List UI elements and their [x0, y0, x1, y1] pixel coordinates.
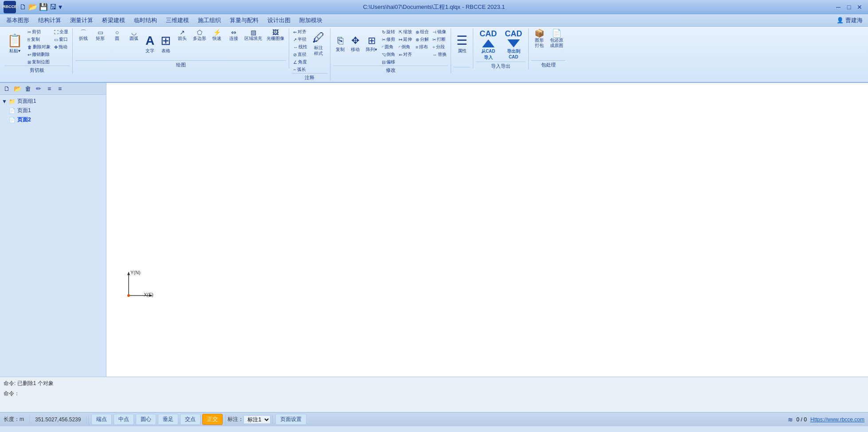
rotate-button[interactable]: ↻ 旋转 — [381, 28, 397, 35]
menu-quantity[interactable]: 算量与配料 — [225, 15, 263, 26]
break-button[interactable]: ✂ 打断 — [431, 36, 448, 43]
menu-design-output[interactable]: 设计出图 — [263, 15, 295, 26]
snap-center-btn[interactable]: 圆心 — [136, 414, 156, 425]
ribbon-group-pkg: 📦 图形打包 📄 包还原成原图 包处理 — [529, 28, 568, 68]
menu-3d[interactable]: 三维建模 — [161, 15, 193, 26]
decompose-button[interactable]: ⊗ 分解 — [414, 36, 430, 43]
scale-button[interactable]: ⇱ 缩放 — [397, 28, 413, 35]
cad-label: 导入导出 — [476, 62, 526, 70]
copy-button[interactable]: ⎘ 复制 — [26, 36, 52, 43]
circle-button[interactable]: ○ 圆 — [109, 28, 125, 42]
trim-button[interactable]: ✂ 修剪 — [381, 36, 397, 43]
snap-midpoint-btn[interactable]: 中点 — [114, 414, 134, 425]
window-button[interactable]: ▭ 窗口 — [53, 36, 70, 43]
menu-bridge[interactable]: 桥梁建模 — [98, 15, 130, 26]
status-link[interactable]: Https://www.rbcce.com — [810, 416, 864, 423]
menu-measure-calc[interactable]: 测量计算 — [66, 15, 98, 26]
move-button[interactable]: ✥ 移动 — [348, 28, 362, 59]
table-button[interactable]: ⊞ 表格 — [158, 28, 173, 59]
copy-mod-button[interactable]: ⎘ 复制 — [333, 28, 347, 59]
user-area[interactable]: 👤 曹建海 — [837, 16, 866, 24]
main-layout: 🗋 📂 🗑 ✏ ≡ ≡ ▼ 📁 页面组1 📄 页面1 — [0, 83, 868, 377]
polygon-button[interactable]: ⬠ 多边形 — [191, 28, 208, 42]
region-fill-button[interactable]: ▨ 区域填充 — [243, 28, 264, 42]
divide-button[interactable]: ÷ 分段 — [431, 43, 448, 51]
linear-button[interactable]: ↔ 线性 — [292, 43, 309, 51]
page-settings-btn[interactable]: 页面设置 — [275, 414, 306, 425]
new-file-btn[interactable]: 🗋 — [20, 3, 27, 11]
menu-addons[interactable]: 附加模块 — [295, 15, 327, 26]
rect-button[interactable]: ▭ 矩形 — [92, 28, 108, 42]
snap-perpendicular-btn[interactable]: 垂足 — [158, 414, 178, 425]
canvas-area[interactable]: Y(N) X(E) — [106, 83, 868, 377]
replace-button[interactable]: ↔ 替换 — [431, 51, 448, 58]
drag-button[interactable]: ✥ 拖动 — [53, 43, 70, 51]
chamfer-button[interactable]: ◹ 倒角 — [381, 51, 397, 58]
arrow-button[interactable]: ↗ 箭头 — [174, 28, 190, 42]
maximize-btn[interactable]: □ — [844, 2, 854, 12]
combo-button[interactable]: ⊕ 组合 — [414, 28, 430, 35]
restore-button[interactable]: 📄 包还原成原图 — [548, 28, 565, 49]
snap-endpoint-btn[interactable]: 端点 — [91, 414, 112, 425]
extend-button[interactable]: ↦ 延伸 — [397, 36, 413, 43]
arrange-button[interactable]: ≡ 排布 — [414, 43, 430, 51]
fast-button[interactable]: ⚡ 快速 — [209, 28, 225, 42]
minimize-btn[interactable]: ─ — [833, 2, 843, 12]
to-cad-button[interactable]: CAD 导出到CAD — [501, 28, 526, 60]
tree-item-page2[interactable]: 📄 页面2 — [9, 115, 104, 125]
angle-button[interactable]: ∠ 角度 — [292, 58, 309, 66]
mirror-button[interactable]: ⊣ 镜像 — [431, 28, 448, 35]
save-btn[interactable]: 💾 — [39, 3, 48, 11]
polyline-button[interactable]: ⌒ 折线 — [75, 28, 91, 42]
fullscreen-button[interactable]: ⛶ 全显 — [53, 28, 70, 35]
open-page-btn[interactable]: 📂 — [12, 84, 22, 93]
menu-struct-calc[interactable]: 结构计算 — [34, 15, 66, 26]
delete-obj-button[interactable]: 🗑 删除对象 — [26, 43, 52, 51]
text-button[interactable]: A 文字 — [143, 28, 157, 59]
menu-temp-struct[interactable]: 临时结构 — [130, 15, 161, 26]
menu-basic-shapes[interactable]: 基本图形 — [2, 15, 34, 26]
array-button[interactable]: ⊞ 阵列▾ — [363, 28, 380, 59]
close-btn[interactable]: ✕ — [855, 2, 864, 12]
from-cad-button[interactable]: CAD 从CAD导入 — [476, 28, 500, 62]
annotation-content: ⇐ 对齐 ↗ 半径 ↔ 线性 ⊘ 直径 ∠ 角度 — [292, 28, 327, 73]
offset-button[interactable]: ⊟ 偏移 — [381, 58, 397, 66]
ortho-btn[interactable]: 正交 — [202, 414, 223, 425]
copy-pos-button[interactable]: ⊞ 复制位图 — [26, 58, 52, 66]
round-button[interactable]: ◜ 圆角 — [381, 43, 397, 51]
from-cad-arrow-icon — [482, 39, 495, 47]
fillet-button[interactable]: ◜ 倒角 — [397, 43, 413, 51]
edit-page-btn[interactable]: ✏ — [34, 84, 43, 93]
arc-len-label: 弧长 — [297, 66, 306, 73]
new-page-btn[interactable]: 🗋 — [2, 84, 12, 93]
quick-access-more[interactable]: ▾ — [59, 3, 62, 11]
outdent-btn[interactable]: ≡ — [55, 84, 65, 93]
save-as-btn[interactable]: 🖫 — [50, 3, 57, 11]
paste-button[interactable]: 📋 粘贴▾ — [4, 28, 25, 59]
raster-button[interactable]: 🖼 光栅图像 — [265, 28, 286, 42]
align-annot-icon: ⇐ — [293, 30, 297, 35]
property-icon: ☰ — [456, 35, 467, 47]
align2-button[interactable]: ⇐ 对齐 — [397, 51, 413, 58]
align-annot-button[interactable]: ⇐ 对齐 — [292, 28, 309, 35]
arc-len-button[interactable]: ⌢ 弧长 — [292, 66, 309, 73]
connect-button[interactable]: ⇔ 连接 — [226, 28, 242, 42]
snap-intersection-btn[interactable]: 交点 — [180, 414, 200, 425]
half-radius-button[interactable]: ↗ 半径 — [292, 36, 309, 43]
tree-root[interactable]: ▼ 📁 页面组1 — [2, 97, 104, 106]
snap-select[interactable]: 标注1 — [244, 415, 271, 424]
command-input[interactable] — [21, 391, 864, 397]
open-file-btn[interactable]: 📂 — [28, 3, 37, 11]
diameter-button[interactable]: ⊘ 直径 — [292, 51, 309, 58]
property-button[interactable]: ☰ 属性 — [454, 28, 470, 59]
pkg-button[interactable]: 📦 图形打包 — [531, 28, 547, 49]
cut-button[interactable]: ✂ 剪切 — [26, 28, 52, 35]
delete-page-btn[interactable]: 🗑 — [23, 84, 33, 93]
undo-delete-button[interactable]: ↩ 撤销删除 — [26, 51, 52, 58]
tree-item-page1[interactable]: 📄 页面1 — [9, 106, 104, 115]
menu-construction[interactable]: 施工组织 — [193, 15, 225, 26]
mark-style-button[interactable]: 🖊 标注样式 — [310, 28, 327, 59]
indent-btn[interactable]: ≡ — [44, 84, 54, 93]
arc-button[interactable]: ◡ 圆弧 — [126, 28, 142, 42]
rotate-icon: ↻ — [382, 30, 385, 35]
